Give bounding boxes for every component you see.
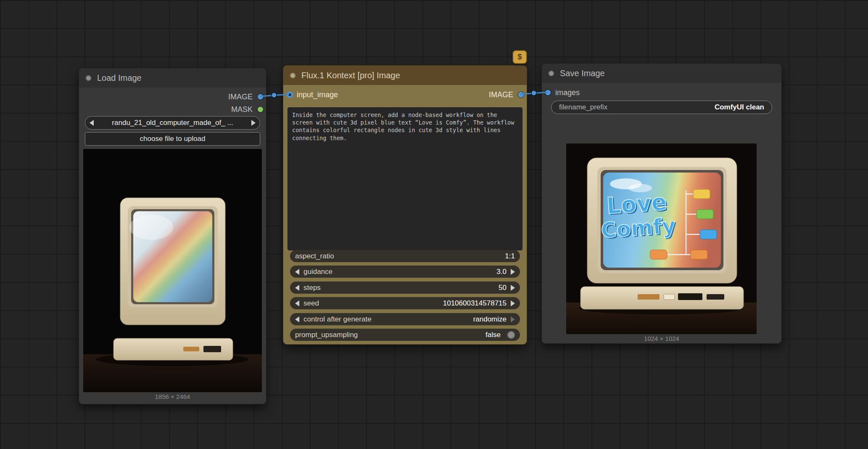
- widget-prompt-upsampling[interactable]: prompt_upsampling false: [290, 329, 520, 341]
- output-label-mask: MASK: [231, 105, 253, 114]
- decrement-arrow-icon[interactable]: [295, 316, 299, 322]
- widget-value: 1010600314578715: [443, 299, 507, 308]
- link-midpoint-dot-icon: [531, 90, 536, 96]
- widget-value: 50: [499, 284, 507, 292]
- collapse-dot-icon[interactable]: [549, 71, 554, 76]
- widget-aspect-ratio[interactable]: aspect_ratio 1:1: [290, 250, 520, 262]
- mask-output-dot-icon[interactable]: [258, 107, 263, 112]
- toggle-icon[interactable]: [507, 331, 515, 339]
- load-image-header[interactable]: Load Image: [79, 68, 266, 88]
- node-save-image[interactable]: Save Image images filename_prefix ComfyU…: [541, 63, 782, 344]
- input-label: images: [555, 88, 580, 97]
- old-computer-photo: [83, 149, 262, 392]
- node-load-image[interactable]: Load Image IMAGE MASK randu_21_old_compu…: [79, 68, 266, 404]
- svg-text:Comfy: Comfy: [600, 213, 676, 243]
- save-image-header[interactable]: Save Image: [542, 64, 781, 83]
- dollar-icon: $: [517, 53, 522, 61]
- widget-seed[interactable]: seed 1010600314578715: [290, 297, 520, 309]
- prompt-textarea[interactable]: Inside the computer screen, add a node-b…: [288, 107, 522, 250]
- widget-steps[interactable]: steps 50: [290, 282, 520, 294]
- load-image-preview: [83, 149, 262, 392]
- image-output-dot-icon[interactable]: [258, 94, 263, 100]
- decrement-arrow-icon[interactable]: [295, 300, 299, 306]
- decrement-arrow-icon[interactable]: [295, 285, 299, 291]
- widget-value: ComfyUI clean: [715, 103, 764, 112]
- love-comfy-text: Love Love Comfy Comfy: [599, 188, 678, 244]
- output-slot-image: IMAGE: [79, 91, 266, 103]
- output-slot-mask: MASK: [79, 104, 266, 115]
- next-file-arrow-icon[interactable]: [251, 120, 256, 126]
- output-label-image: IMAGE: [489, 90, 513, 99]
- widget-label: prompt_upsampling: [295, 331, 358, 339]
- decrement-arrow-icon[interactable]: [295, 269, 299, 275]
- widget-label: seed: [303, 299, 319, 308]
- widget-label: guidance: [303, 268, 332, 276]
- widget-value: false: [485, 331, 501, 339]
- collapse-dot-icon[interactable]: [86, 75, 91, 81]
- workflow-node-blue: [700, 230, 717, 239]
- image-output-dot-icon[interactable]: [518, 92, 524, 98]
- node-graph-canvas[interactable]: Load Image IMAGE MASK randu_21_old_compu…: [0, 0, 868, 449]
- save-image-preview: Love Love Comfy Comfy: [566, 143, 757, 334]
- flux-node-header[interactable]: Flux.1 Kontext [pro] Image: [283, 66, 527, 85]
- input-image-dot-icon[interactable]: [287, 92, 293, 98]
- image-dimensions: 1856 × 2464: [79, 393, 266, 400]
- collapse-dot-icon[interactable]: [290, 73, 295, 78]
- combo-value: randu_21_old_computer_made_of_ ...: [94, 119, 251, 127]
- input-slot-input-image: input_image: [283, 89, 338, 101]
- workflow-node-orange: [650, 250, 667, 259]
- increment-arrow-icon[interactable]: [511, 285, 515, 291]
- widget-guidance[interactable]: guidance 3.0: [290, 266, 520, 278]
- widget-value: 3.0: [496, 268, 507, 276]
- output-label-image: IMAGE: [228, 93, 253, 101]
- prev-file-arrow-icon[interactable]: [90, 120, 94, 126]
- increment-arrow-icon[interactable]: [511, 316, 515, 322]
- images-input-dot-icon[interactable]: [545, 90, 551, 96]
- node-title: Load Image: [97, 73, 142, 83]
- node-title: Flux.1 Kontext [pro] Image: [301, 71, 400, 80]
- widget-label: aspect_ratio: [295, 252, 334, 260]
- increment-arrow-icon[interactable]: [511, 269, 515, 275]
- widget-control-after-generate[interactable]: control after generate randomize: [290, 313, 520, 325]
- workflow-node-yellow: [693, 189, 710, 199]
- input-slot-images: images: [542, 87, 580, 98]
- filename-prefix-widget[interactable]: filename_prefix ComfyUI clean: [551, 101, 772, 114]
- choose-file-label: choose file to upload: [140, 135, 206, 143]
- output-slot-image: IMAGE: [489, 89, 527, 101]
- input-label: input_image: [297, 90, 338, 99]
- link-midpoint-dot-icon: [272, 93, 277, 98]
- image-dimensions: 1024 × 1024: [542, 335, 781, 342]
- increment-arrow-icon[interactable]: [511, 300, 515, 306]
- widget-label: control after generate: [303, 315, 372, 324]
- widget-label: filename_prefix: [559, 103, 607, 112]
- node-title: Save Image: [560, 69, 605, 78]
- widget-label: steps: [303, 284, 321, 292]
- generated-image: Love Love Comfy Comfy: [566, 143, 757, 334]
- node-flux-kontext[interactable]: Flux.1 Kontext [pro] Image input_image I…: [283, 65, 527, 345]
- widget-value: randomize: [473, 315, 507, 324]
- choose-file-button[interactable]: choose file to upload: [85, 132, 260, 146]
- api-cost-badge: $: [512, 50, 527, 64]
- workflow-node-green: [697, 210, 713, 219]
- image-file-combo[interactable]: randu_21_old_computer_made_of_ ...: [85, 116, 260, 130]
- widget-value: 1:1: [505, 252, 515, 260]
- workflow-node-orange: [691, 250, 707, 259]
